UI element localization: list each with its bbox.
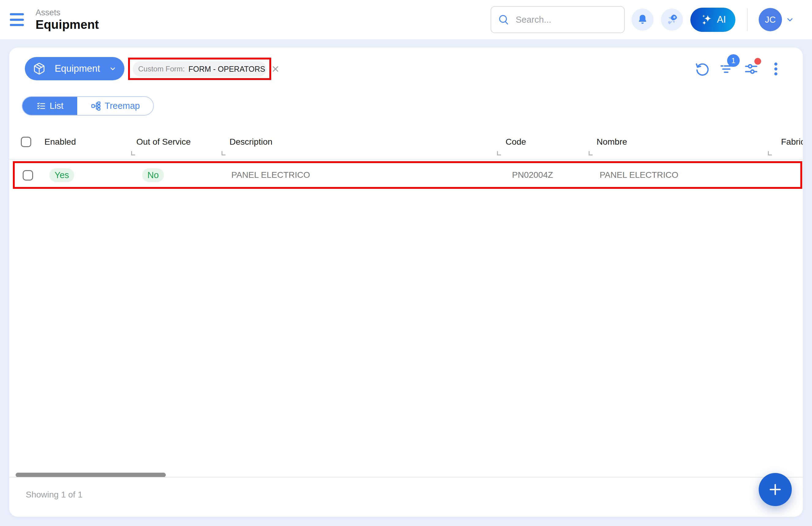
footer-divider xyxy=(9,477,803,478)
cell-description: PANEL ELECTRICO xyxy=(231,163,310,187)
ai-button-label: AI xyxy=(717,14,726,25)
search-box[interactable] xyxy=(491,6,625,33)
plus-icon xyxy=(768,482,783,497)
content-card: Equipment Custom Form: FORM - OPERATORS xyxy=(9,47,803,517)
cell-nombre: PANEL ELECTRICO xyxy=(600,163,678,187)
select-all-checkbox[interactable] xyxy=(21,137,31,147)
settings-alert-dot xyxy=(754,58,761,65)
more-options-button[interactable] xyxy=(768,61,784,77)
column-header-code[interactable]: Code xyxy=(506,130,526,154)
chip-value: FORM - OPERATORS xyxy=(188,65,265,74)
filter-count-badge: 1 xyxy=(727,54,740,67)
row-checkbox[interactable] xyxy=(23,170,33,181)
column-header-nombre[interactable]: Nombre xyxy=(597,130,627,154)
cell-code: PN02004Z xyxy=(512,163,553,187)
column-header-out-of-service[interactable]: Out of Service xyxy=(136,130,191,154)
header-row-divider xyxy=(9,159,803,160)
hamburger-menu-icon[interactable] xyxy=(10,13,25,26)
breadcrumb: Assets xyxy=(35,8,99,17)
module-chevron-down-icon xyxy=(109,65,116,72)
rocket-button[interactable] xyxy=(661,9,683,31)
cell-enabled: Yes xyxy=(49,168,74,182)
custom-form-filter-chip[interactable]: Custom Form: FORM - OPERATORS xyxy=(133,61,266,77)
refresh-icon xyxy=(694,61,710,77)
column-resize-handle[interactable] xyxy=(497,151,501,155)
ai-button[interactable]: AI xyxy=(690,8,735,32)
refresh-button[interactable] xyxy=(694,61,710,77)
tab-treemap[interactable]: Treemap xyxy=(77,97,153,115)
checklist-icon xyxy=(36,101,46,111)
page-heading: Assets Equipment xyxy=(35,8,99,31)
notifications-button[interactable] xyxy=(632,9,654,31)
table-header: Enabled Out of Service Description Code … xyxy=(9,130,803,154)
annotation-box-filter-chip: Custom Form: FORM - OPERATORS xyxy=(128,58,271,80)
search-input[interactable] xyxy=(516,15,614,25)
showing-count: Showing 1 of 1 xyxy=(26,490,83,500)
cell-out-of-service: No xyxy=(142,168,164,182)
tab-treemap-label: Treemap xyxy=(105,101,140,111)
column-header-fabric[interactable]: Fabric xyxy=(781,130,803,154)
kebab-menu-icon xyxy=(774,62,778,75)
chip-label: Custom Form: xyxy=(138,65,185,73)
table-row[interactable]: Yes No PANEL ELECTRICO PN02004Z PANEL EL… xyxy=(15,163,800,187)
add-button[interactable] xyxy=(759,473,792,506)
avatar[interactable]: JC xyxy=(759,8,782,31)
column-resize-handle[interactable] xyxy=(221,151,226,155)
module-selector-label: Equipment xyxy=(50,63,104,74)
view-toggle: List Treemap xyxy=(22,96,154,116)
column-resize-handle[interactable] xyxy=(131,151,135,155)
module-selector-button[interactable]: Equipment xyxy=(25,57,125,80)
treemap-icon xyxy=(91,101,101,111)
table-actions: 1 xyxy=(694,61,784,77)
annotation-box-row: Yes No PANEL ELECTRICO PN02004Z PANEL EL… xyxy=(13,161,802,189)
filter-button[interactable]: 1 xyxy=(719,61,735,77)
column-resize-handle[interactable] xyxy=(589,151,593,155)
package-icon xyxy=(33,62,46,75)
column-settings-button[interactable] xyxy=(743,61,759,77)
page-title: Equipment xyxy=(35,17,99,31)
bell-icon xyxy=(636,14,649,26)
chip-close-icon[interactable] xyxy=(271,65,280,74)
header-divider xyxy=(747,8,748,31)
column-resize-handle[interactable] xyxy=(768,151,772,155)
search-icon xyxy=(498,14,510,26)
tab-list[interactable]: List xyxy=(23,97,77,115)
column-header-enabled[interactable]: Enabled xyxy=(44,130,76,154)
rocket-icon xyxy=(665,13,679,26)
tab-list-label: List xyxy=(49,101,63,111)
column-header-description[interactable]: Description xyxy=(230,130,272,154)
horizontal-scrollbar-thumb[interactable] xyxy=(16,473,166,477)
top-bar: Assets Equipment xyxy=(0,0,812,39)
account-chevron-down-icon[interactable] xyxy=(786,15,794,24)
sparkles-icon xyxy=(700,13,714,27)
